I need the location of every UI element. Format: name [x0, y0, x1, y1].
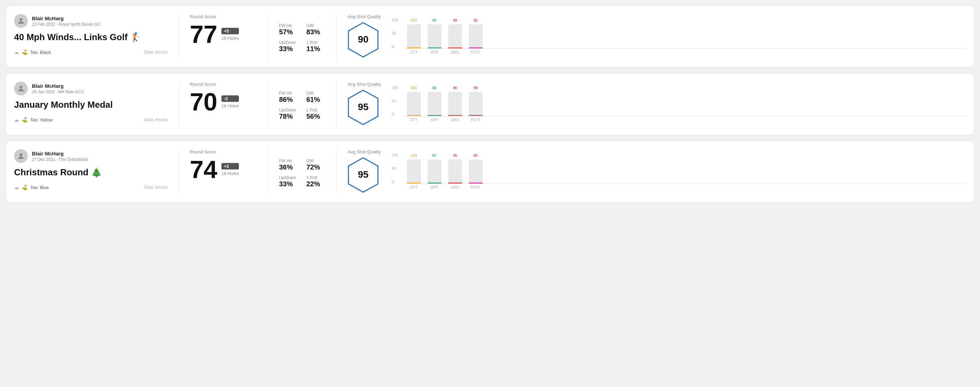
chart-x-label: PUTT: [469, 185, 483, 189]
stats-section: FW Hit 36% GIR 72% Up/Down 33% 1 Putt 22…: [268, 149, 337, 194]
data-source: Data: Arccos: [144, 50, 167, 54]
score-badge: -2: [221, 95, 239, 102]
bottom-row: ☁ ⛳ Tee: Black Data: Arccos: [14, 49, 167, 55]
score-row: 74 +2 18 Holes: [190, 157, 257, 182]
chart-x-label: ARG: [448, 50, 462, 54]
round-score-label: Round Score: [190, 14, 257, 19]
tee-info: ☁ ⛳ Tee: Blue: [14, 185, 49, 190]
avatar: [14, 149, 28, 163]
up-down-stat: Up/Down 33%: [279, 175, 298, 188]
round-title: Christmas Round 🎄: [14, 167, 167, 178]
chart-container: 100 50 0 110 87 95: [392, 153, 966, 191]
big-score: 74: [190, 157, 217, 182]
stats-section: FW Hit 57% GIR 83% Up/Down 33% 1 Putt 11…: [268, 14, 337, 59]
one-putt-stat: 1 Putt 22%: [307, 175, 326, 188]
score-badge: +5: [221, 28, 239, 34]
svg-text:90: 90: [358, 34, 368, 44]
avatar: [14, 82, 28, 95]
holes-label: 18 Holes: [221, 103, 239, 108]
round-title: 40 Mph Winds... Links Golf 🏌: [14, 32, 167, 43]
round-left: Blair McHarg 27 Dec 2021 · The Oxfordshi…: [14, 149, 179, 194]
round-card: Blair McHarg 12 Feb 2022 · Royal North D…: [5, 5, 975, 68]
up-down-label: Up/Down: [279, 175, 298, 180]
round-card: Blair McHarg 27 Dec 2021 · The Oxfordshi…: [5, 141, 975, 203]
bar-group: 93: [469, 153, 483, 184]
date-course: 29 Jan 2022 · Mill Ride GCC: [32, 90, 84, 94]
fw-hit-label: FW Hit: [279, 23, 298, 28]
chart-x-label: OTT: [407, 50, 421, 54]
up-down-label: Up/Down: [279, 40, 298, 45]
date-course: 27 Dec 2021 · The Oxfordshire: [32, 157, 88, 162]
date-course: 12 Feb 2022 · Royal North Devon GC: [32, 22, 100, 27]
fw-hit-value: 86%: [279, 96, 298, 104]
gir-stat: GIR 61%: [307, 91, 326, 104]
right-section: Avg Shot Quality 95 100 50 0 110: [337, 149, 966, 194]
score-badge: +2: [221, 163, 239, 170]
bar-group: 86: [428, 86, 441, 116]
data-source: Data: Arccos: [144, 185, 167, 190]
weather-icon: ☁: [14, 117, 19, 122]
hexagon-wrapper: 95: [348, 157, 381, 194]
chart-container: 100 50 0 107 95 98: [392, 18, 966, 56]
bar-group: 107: [407, 18, 421, 48]
svg-point-3: [19, 86, 22, 89]
bar-group: 95: [428, 18, 441, 48]
holes-label: 18 Holes: [221, 36, 239, 41]
user-name: Blair McHarg: [32, 16, 100, 21]
tee-label: Tee: Yellow: [30, 117, 52, 122]
chart-container: 100 50 0 101 86 96: [392, 86, 966, 123]
shot-quality-section: Avg Shot Quality 95: [348, 149, 381, 194]
user-name: Blair McHarg: [32, 151, 88, 157]
gir-stat: GIR 83%: [307, 23, 326, 36]
tee-info: ☁ ⛳ Tee: Black: [14, 49, 51, 55]
holes-label: 18 Holes: [221, 171, 239, 176]
chart-x-label: PUTT: [469, 50, 483, 54]
avatar: [14, 14, 28, 28]
fw-hit-label: FW Hit: [279, 91, 298, 96]
round-left: Blair McHarg 12 Feb 2022 · Royal North D…: [14, 14, 179, 59]
chart-x-label: ARG: [448, 185, 462, 189]
bar-group: 82: [469, 18, 483, 48]
one-putt-label: 1 Putt: [307, 108, 326, 113]
one-putt-label: 1 Putt: [307, 175, 326, 180]
bar-group: 87: [428, 153, 441, 184]
one-putt-label: 1 Putt: [307, 40, 326, 45]
svg-point-6: [19, 153, 22, 156]
avg-shot-label: Avg Shot Quality: [348, 14, 381, 19]
score-row: 77 +5 18 Holes: [190, 22, 257, 47]
weather-icon: ☁: [14, 185, 19, 190]
user-row: Blair McHarg 27 Dec 2021 · The Oxfordshi…: [14, 149, 167, 163]
bag-icon: ⛳: [22, 185, 27, 190]
user-name: Blair McHarg: [32, 83, 84, 89]
one-putt-value: 56%: [307, 113, 326, 121]
score-section: Round Score 70 -2 18 Holes: [179, 82, 268, 127]
gir-label: GIR: [307, 23, 326, 28]
up-down-label: Up/Down: [279, 108, 298, 113]
bar-group: 99: [469, 86, 483, 116]
score-section: Round Score 77 +5 18 Holes: [179, 14, 268, 59]
user-icon: [17, 152, 25, 160]
fw-hit-stat: FW Hit 86%: [279, 91, 298, 104]
fw-hit-stat: FW Hit 57%: [279, 23, 298, 36]
stats-grid: FW Hit 57% GIR 83% Up/Down 33% 1 Putt 11…: [279, 23, 325, 53]
chart-x-label: APP: [428, 118, 441, 122]
bag-icon: ⛳: [22, 117, 27, 122]
stats-grid: FW Hit 36% GIR 72% Up/Down 33% 1 Putt 22…: [279, 159, 325, 188]
chart-x-label: OTT: [407, 185, 421, 189]
gir-label: GIR: [307, 91, 326, 96]
up-down-stat: Up/Down 33%: [279, 40, 298, 53]
round-title: January Monthly Medal: [14, 100, 167, 110]
stats-grid: FW Hit 86% GIR 61% Up/Down 78% 1 Putt 56…: [279, 91, 325, 121]
shot-quality-section: Avg Shot Quality 95: [348, 82, 381, 127]
chart-x-label: ARG: [448, 118, 462, 122]
score-row: 70 -2 18 Holes: [190, 90, 257, 114]
svg-text:95: 95: [358, 102, 368, 112]
tee-label: Tee: Black: [30, 50, 51, 55]
score-detail: -2 18 Holes: [221, 95, 239, 108]
round-score-label: Round Score: [190, 149, 257, 154]
hexagon-svg: 90: [348, 22, 379, 58]
bar-group: 95: [448, 153, 462, 184]
bag-icon: ⛳: [22, 49, 27, 55]
score-detail: +5 18 Holes: [221, 28, 239, 41]
avg-shot-label: Avg Shot Quality: [348, 149, 381, 154]
